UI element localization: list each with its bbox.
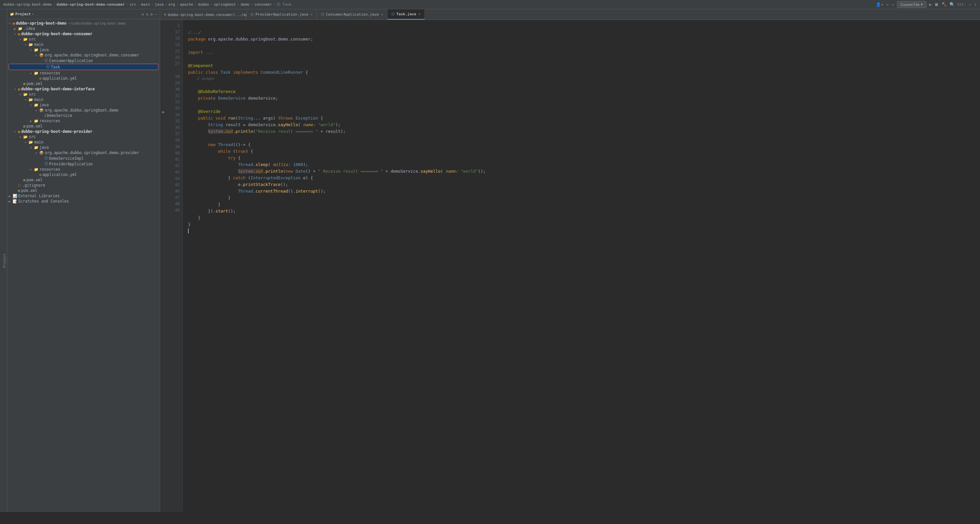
project-dropdown-icon[interactable]: ▾	[32, 12, 34, 16]
tree-item-task[interactable]: ▶ ⓒ Task	[9, 64, 159, 70]
java-file-icon: ⓒ	[321, 12, 324, 17]
resources-icon: 📁	[34, 167, 38, 171]
breadcrumb-item-org[interactable]: org	[169, 2, 175, 6]
tree-item-consumer-main[interactable]: ▾ 📂 main	[7, 42, 160, 47]
breadcrumb-bar: dubbo-spring-boot-demo › dubbo-spring-bo…	[0, 0, 980, 9]
package-icon: 📦	[39, 108, 44, 113]
tree-item-provider-resources[interactable]: ▾ 📁 resources	[7, 167, 160, 172]
tree-item-consumer-java[interactable]: ▾ 📁 java	[7, 47, 160, 52]
tree-item-gitignore[interactable]: ▶ ⬡ .gitignore	[7, 183, 160, 188]
yaml-file-icon: ⚙	[164, 13, 166, 16]
breadcrumb-sep-4: ›	[151, 2, 153, 6]
tree-item-provider-main[interactable]: ▾ 📂 main	[7, 140, 160, 145]
consumer-java-label: java	[40, 48, 49, 52]
expand-icon[interactable]: ⇅	[146, 12, 148, 17]
settings-icon[interactable]: ⚙	[151, 12, 153, 17]
breadcrumb-item-dubbo[interactable]: dubbo	[198, 2, 209, 6]
breadcrumb-item-consumer[interactable]: dubbo-spring-boot-demo-consumer	[56, 2, 124, 6]
breadcrumb-item-apache[interactable]: apache	[180, 2, 193, 6]
user-icon[interactable]: 👤▾	[876, 2, 884, 7]
tree-item-consumer-module[interactable]: ▾ ▣ dubbo-spring-boot-demo-consumer	[7, 31, 160, 37]
tree-item-provider-app[interactable]: ▶ ⓒ ProviderApplication	[7, 161, 160, 167]
code-line-43: Thread.currentThread().interrupt();	[188, 189, 326, 194]
breadcrumb-item-consumer2[interactable]: consumer	[255, 2, 272, 6]
breadcrumb-item-root[interactable]: dubbo-spring-boot-demo	[3, 2, 52, 6]
tree-item-interface-pom[interactable]: ▶ m pom.xml	[7, 124, 160, 129]
breadcrumb-item-main[interactable]: main	[141, 2, 150, 6]
tab-consumer-app[interactable]: ⓒ ConsumerApplication.java ×	[317, 9, 387, 20]
tree-item-consumer-package[interactable]: ▾ 📦 org.apache.dubbo.springboot.demo.con…	[7, 52, 160, 58]
interface-main-label: main	[34, 97, 43, 102]
tab-label-consumer: ConsumerApplication.java	[326, 12, 379, 17]
gutter-line	[160, 189, 167, 195]
code-editor[interactable]: ▶ 1 17 18	[160, 20, 980, 512]
tree-item-interface-java[interactable]: ▾ 📁 java	[7, 102, 160, 108]
breadcrumb-item-src[interactable]: src	[130, 2, 136, 6]
run-button[interactable]: ▶	[929, 2, 932, 7]
gutter-line	[160, 36, 167, 43]
tree-item-idea[interactable]: ▶ 📁 .idea	[7, 26, 160, 31]
tree-item-root[interactable]: ▾ ▣ dubbo-spring-boot-demo ~/code/dubbo-…	[7, 21, 160, 26]
tree-item-demo-service-impl[interactable]: ▶ ⓒ DemoServiceImpl	[7, 156, 160, 161]
collapse-all-icon[interactable]: ≡	[142, 12, 144, 17]
tab-close-consumer[interactable]: ×	[381, 13, 383, 16]
tree-item-scratches[interactable]: ▶ 📝 Scratches and Consoles	[7, 198, 160, 204]
arrow-icon: ▶	[9, 200, 13, 203]
arrow-icon: ▾	[19, 135, 23, 139]
java-sources-icon: 📁	[34, 103, 38, 107]
tree-item-provider-package[interactable]: ▾ 📦 org.apache.dubbo.springboot.demo.pro…	[7, 150, 160, 156]
back-icon[interactable]: ←	[886, 2, 889, 7]
tree-item-consumer-src[interactable]: ▾ 📂 src	[7, 37, 160, 42]
tree-item-interface-src[interactable]: ▾ 📂 src	[7, 92, 160, 97]
tree-item-external-libs[interactable]: ▶ 📊 External Libraries	[7, 193, 160, 198]
tree-item-interface-resources[interactable]: ▶ 📁 resources	[7, 118, 160, 124]
tree-item-root-pom[interactable]: ▶ m pom.xml	[7, 188, 160, 193]
tree-item-interface-package[interactable]: ▾ 📦 org.apache.dubbo.springboot.demo	[7, 108, 160, 113]
tree-item-interface-module[interactable]: ▾ ▣ dubbo-spring-boot-demo-interface	[7, 86, 160, 92]
run-gutter-icon[interactable]: ▶	[160, 109, 167, 116]
folder-icon: 📂	[23, 92, 28, 97]
project-tab[interactable]: Project	[2, 252, 7, 269]
breadcrumb-item-java[interactable]: java	[155, 2, 164, 6]
git-check-icon[interactable]: ✓	[969, 2, 971, 7]
arrow-icon: ▾	[30, 71, 34, 75]
tree-item-consumer-resources[interactable]: ▾ 📁 resources	[7, 70, 160, 76]
provider-java-label: java	[40, 145, 49, 150]
tab-application-yml[interactable]: ⚙ dubbo-spring-boot-demo-consumer/.../ap…	[160, 9, 247, 20]
code-content[interactable]: /.../ package org.apache.dubbo.springboo…	[183, 20, 980, 512]
tab-close-provider[interactable]: ×	[310, 13, 313, 16]
breadcrumb-item-demo[interactable]: demo	[241, 2, 250, 6]
tree-item-consumer-app[interactable]: ▶ ⓒ ConsumerApplication	[7, 58, 160, 64]
module-icon: ▣	[18, 32, 20, 36]
tree-item-provider-pom[interactable]: ▶ m pom.xml	[7, 177, 160, 183]
tree-item-provider-src[interactable]: ▾ 📂 src	[7, 134, 160, 140]
gutter-line	[160, 169, 167, 175]
demo-service-label: DemoService	[47, 113, 72, 118]
current-file-button[interactable]: Current File ▾	[897, 1, 926, 8]
forward-icon[interactable]: →	[892, 2, 894, 7]
stop-button[interactable]: ⏹	[934, 2, 939, 7]
breadcrumb-item-class[interactable]: ⓒ Task	[277, 2, 291, 7]
ln-32: 32	[171, 99, 180, 105]
close-panel-icon[interactable]: −	[155, 12, 157, 17]
tab-provider-app[interactable]: ⓒ ProviderApplication.java ×	[247, 9, 317, 20]
tree-item-provider-java[interactable]: ▾ 📁 java	[7, 145, 160, 150]
build-button[interactable]: 🔨	[942, 2, 947, 7]
tab-close-task[interactable]: ×	[418, 12, 420, 16]
breadcrumb-item-springboot[interactable]: springboot	[214, 2, 236, 6]
search-button[interactable]: 🔍	[950, 2, 955, 7]
tree-item-consumer-yaml[interactable]: ▶ ⚙ application.yml	[7, 76, 160, 81]
tab-task[interactable]: ⓒ Task.java ×	[387, 9, 425, 20]
ln-38: 38	[171, 137, 180, 143]
tree-item-provider-yaml[interactable]: ▶ ⚙ application.yml	[7, 172, 160, 177]
code-line-42: e.printStackTrace();	[188, 182, 288, 187]
ln-37: 37	[171, 131, 180, 137]
consumer-yaml-label: application.yml	[43, 76, 77, 81]
tree-item-demo-service[interactable]: ▶ ℹ DemoService	[7, 113, 160, 118]
tree-item-interface-main[interactable]: ▾ 📂 main	[7, 97, 160, 102]
gutter-line	[160, 62, 167, 69]
git-update-icon[interactable]: ↑	[974, 2, 977, 7]
tree-item-consumer-pom[interactable]: ▶ m pom.xml	[7, 81, 160, 86]
tree-item-provider-module[interactable]: ▾ ▣ dubbo-spring-boot-demo-provider	[7, 129, 160, 134]
tabs-bar: ⚙ dubbo-spring-boot-demo-consumer/.../ap…	[160, 9, 980, 20]
